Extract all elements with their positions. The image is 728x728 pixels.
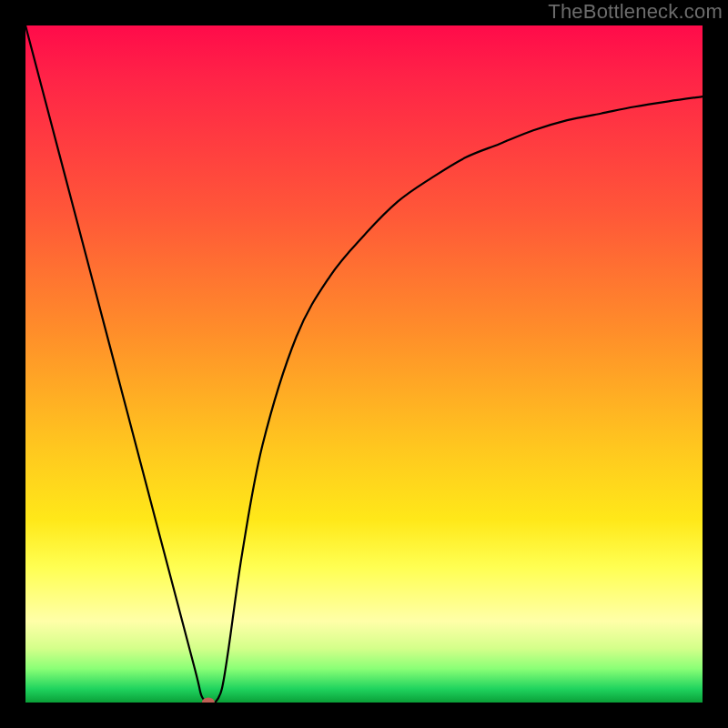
chart-frame: TheBottleneck.com — [0, 0, 728, 728]
plot-area — [25, 25, 703, 703]
curve-path — [25, 25, 703, 703]
watermark-text: TheBottleneck.com — [548, 0, 723, 24]
bottleneck-curve — [25, 25, 703, 703]
